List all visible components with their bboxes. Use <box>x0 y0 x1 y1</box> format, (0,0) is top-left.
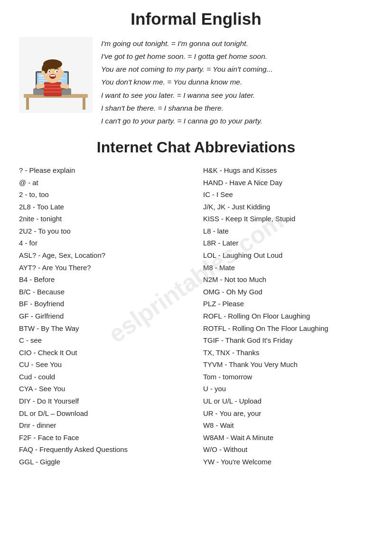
abbreviations-right-column: H&K - Hugs and KissesHAND - Have A Nice … <box>203 165 373 468</box>
abbrev-item: CU - See You <box>19 359 189 371</box>
abbrev-item: 2 - to, too <box>19 189 189 201</box>
svg-point-27 <box>41 71 45 75</box>
abbrev-item: DIY - Do It Yourself <box>19 395 189 408</box>
intro-line: You don't know me. = You dunna know me. <box>101 75 273 88</box>
abbrev-item: PLZ - Please <box>203 298 373 310</box>
abbrev-item: C - see <box>19 335 189 347</box>
svg-point-28 <box>60 71 64 75</box>
abbrev-item: KISS - Keep It Simple, Stupid <box>203 213 373 226</box>
abbrev-item: LOL - Laughing Out Loud <box>203 250 373 262</box>
abbrev-item: B/C - Because <box>19 286 189 299</box>
abbrev-item: GF - Girlfriend <box>19 310 189 323</box>
section2-title: Internet Chat Abbreviations <box>19 139 373 156</box>
abbrev-item: IC - I See <box>203 189 373 201</box>
abbrev-item: Tom - tomorrow <box>203 371 373 384</box>
svg-rect-3 <box>83 98 85 110</box>
svg-point-22 <box>49 71 50 73</box>
abbrev-item: BF - Boyfriend <box>19 298 189 310</box>
abbreviations-grid: ? - Please explain@ - at2 - to, too2L8 -… <box>19 165 373 468</box>
abbrev-item: U - you <box>203 383 373 395</box>
svg-rect-13 <box>44 88 62 89</box>
abbrev-item: J/K, JK - Just Kidding <box>203 201 373 214</box>
abbrev-item: CIO - Check It Out <box>19 347 189 359</box>
abbrev-item: Cud - could <box>19 371 189 384</box>
svg-point-23 <box>56 71 58 73</box>
abbrev-item: 2U2 - To you too <box>19 226 189 238</box>
intro-line: I can't go to your party. = I canna go t… <box>101 114 273 127</box>
page-title: Informal English <box>19 9 373 28</box>
abbrev-item: TYVM - Thank You Very Much <box>203 359 373 371</box>
abbrev-item: Dnr - dinner <box>19 420 189 432</box>
abbrev-item: W8 - Wait <box>203 420 373 432</box>
abbrev-item: DL or D/L – Download <box>19 408 189 420</box>
abbreviations-left-column: ? - Please explain@ - at2 - to, too2L8 -… <box>19 165 189 468</box>
abbrev-item: M8 - Mate <box>203 262 373 274</box>
abbrev-item: 2nite - tonight <box>19 213 189 226</box>
abbrev-item: ASL? - Age, Sex, Location? <box>19 250 189 262</box>
intro-text: I'm going out tonight. = I'm gonna out t… <box>101 37 273 127</box>
abbrev-item: B4 - Before <box>19 274 189 286</box>
abbrev-item: L8R - Later <box>203 237 373 250</box>
abbrev-item: GGL - Giggle <box>19 456 189 469</box>
abbrev-item: W/O - Without <box>203 444 373 456</box>
svg-rect-14 <box>44 91 62 93</box>
boy-image <box>19 37 93 113</box>
svg-rect-2 <box>26 98 29 110</box>
abbrev-item: TGIF - Thank God It's Friday <box>203 335 373 347</box>
abbrev-item: FAQ - Frequently Asked Questions <box>19 444 189 456</box>
abbrev-item: @ - at <box>19 177 189 189</box>
abbrev-item: 2L8 - Too Late <box>19 201 189 214</box>
intro-line: I'm going out tonight. = I'm gonna out t… <box>101 37 273 50</box>
abbrev-item: BTW - By The Way <box>19 323 189 335</box>
abbrev-item: ROTFL - Rolling On The Floor Laughing <box>203 323 373 335</box>
abbrev-item: HAND - Have A Nice Day <box>203 177 373 189</box>
abbrev-item: AYT? - Are You There? <box>19 262 189 274</box>
abbrev-item: ? - Please explain <box>19 165 189 177</box>
abbrev-item: L8 - late <box>203 226 373 238</box>
abbrev-item: UL or U/L - Upload <box>203 395 373 408</box>
intro-line: You are not coming to my party. = You ai… <box>101 63 273 75</box>
abbrev-item: F2F - Face to Face <box>19 432 189 444</box>
abbrev-item: N2M - Not too Much <box>203 274 373 286</box>
abbrev-item: TX, TNX - Thanks <box>203 347 373 359</box>
intro-section: I'm going out tonight. = I'm gonna out t… <box>19 37 373 127</box>
abbrev-item: YW - You're Welcome <box>203 456 373 469</box>
abbrev-item: UR - You are, your <box>203 408 373 420</box>
abbrev-item: OMG - Oh My God <box>203 286 373 299</box>
abbrev-item: ROFL - Rolling On Floor Laughing <box>203 310 373 323</box>
intro-line: I've got to get home soon. = I gotta get… <box>101 50 273 63</box>
intro-line: I want to see you later. = I wanna see y… <box>101 89 273 102</box>
abbrev-item: W8AM - Wait A Minute <box>203 432 373 444</box>
abbrev-item: H&K - Hugs and Kisses <box>203 165 373 177</box>
svg-rect-12 <box>44 85 62 86</box>
svg-rect-26 <box>50 75 55 76</box>
abbrev-item: 4 - for <box>19 237 189 250</box>
abbrev-item: CYA - See You <box>19 383 189 395</box>
intro-line: I shan't be there. = I shanna be there. <box>101 102 273 114</box>
